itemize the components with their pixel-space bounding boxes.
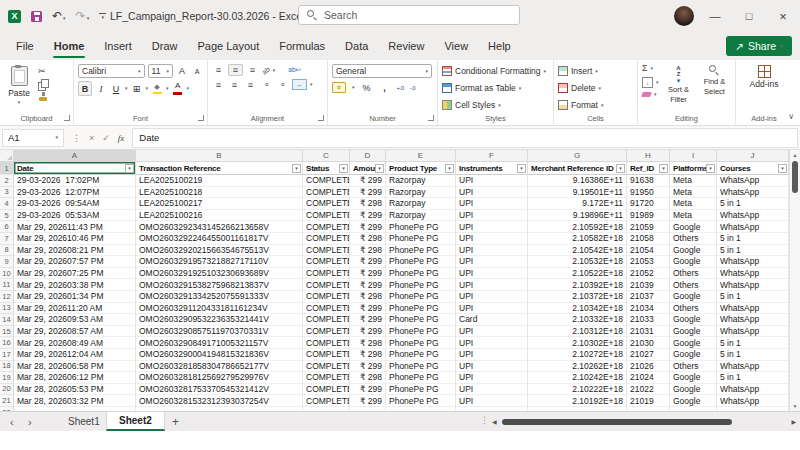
align-middle-button[interactable]: ≡ bbox=[228, 64, 243, 76]
cell[interactable]: PhonePe PG bbox=[386, 256, 456, 268]
cell[interactable]: WhatsApp bbox=[717, 187, 789, 199]
cell[interactable]: UPI bbox=[456, 256, 528, 268]
cell[interactable]: PhonePe PG bbox=[386, 384, 456, 396]
wrap-text-button[interactable]: ab↩ bbox=[288, 66, 301, 74]
cell[interactable]: PhonePe PG bbox=[386, 349, 456, 361]
filter-button[interactable]: ▾ bbox=[292, 164, 301, 173]
cell[interactable]: WhatsApp bbox=[717, 384, 789, 396]
cell[interactable]: ₹ 299 bbox=[350, 303, 386, 315]
cell[interactable]: Google bbox=[670, 221, 717, 233]
cell[interactable]: 2.10582E+18 bbox=[528, 233, 627, 245]
merge-center-button[interactable]: ↔ bbox=[292, 79, 307, 90]
cell[interactable]: Google bbox=[670, 349, 717, 361]
cell[interactable]: OMO2603291925103230693689V bbox=[136, 268, 303, 280]
filter-button[interactable]: ▾ bbox=[616, 164, 625, 173]
align-top-button[interactable]: ≡ bbox=[212, 65, 225, 75]
cell[interactable]: LEA2025100219 bbox=[136, 175, 303, 187]
cell[interactable]: Google bbox=[670, 395, 717, 407]
cell[interactable]: Others bbox=[670, 233, 717, 245]
cell[interactable]: ₹ 298 bbox=[350, 337, 386, 349]
row-number[interactable]: 13 bbox=[0, 303, 14, 315]
cell[interactable]: ₹ 299 bbox=[350, 256, 386, 268]
cell[interactable]: COMPLETED bbox=[303, 349, 350, 361]
cell[interactable]: COMPLETED bbox=[303, 337, 350, 349]
cell[interactable]: 2.10332E+18 bbox=[528, 314, 627, 326]
row-number[interactable]: 4 bbox=[0, 198, 14, 210]
cell[interactable]: 21033 bbox=[627, 314, 670, 326]
cell[interactable]: ₹ 299 bbox=[350, 361, 386, 373]
vertical-scrollbar[interactable]: ▲ ▼ bbox=[789, 150, 800, 411]
cell[interactable]: 29-03-2026 05:53AM bbox=[14, 210, 136, 222]
cell[interactable]: ₹ 298 bbox=[350, 349, 386, 361]
cell[interactable]: ₹ 299 bbox=[350, 221, 386, 233]
cell[interactable]: 21031 bbox=[627, 326, 670, 338]
save-icon[interactable] bbox=[31, 11, 42, 22]
cell[interactable]: PhonePe PG bbox=[386, 326, 456, 338]
user-avatar[interactable] bbox=[674, 6, 694, 26]
cell[interactable]: 29-03-2026 12:07PM bbox=[14, 187, 136, 199]
cell[interactable]: 21054 bbox=[627, 245, 670, 257]
cell[interactable]: OMO2603281532312393037254V bbox=[136, 395, 303, 407]
cell[interactable]: Card bbox=[456, 314, 528, 326]
cell[interactable]: Mar 29, 202608:57 AM bbox=[14, 326, 136, 338]
borders-button[interactable]: ⊞ bbox=[131, 82, 143, 95]
row-number[interactable]: 3 bbox=[0, 187, 14, 199]
row-number[interactable]: 10 bbox=[0, 268, 14, 280]
decrease-indent-button[interactable]: ≡ bbox=[260, 81, 273, 88]
format-cells-button[interactable]: Format▾ bbox=[558, 98, 603, 112]
row-number[interactable]: 15 bbox=[0, 326, 14, 338]
cell[interactable]: LEA2025100217 bbox=[136, 198, 303, 210]
cell[interactable]: Razorpay bbox=[386, 210, 456, 222]
format-painter-button[interactable] bbox=[38, 92, 48, 102]
cell[interactable]: UPI bbox=[456, 349, 528, 361]
cell-styles-button[interactable]: Cell Styles▾ bbox=[442, 98, 546, 112]
cell[interactable]: PhonePe PG bbox=[386, 372, 456, 384]
column-letter[interactable]: C bbox=[303, 150, 350, 162]
cell[interactable]: Razorpay bbox=[386, 198, 456, 210]
cell[interactable]: Mar 29, 202609:53 AM bbox=[14, 314, 136, 326]
bold-button[interactable]: B bbox=[78, 81, 92, 96]
increase-indent-button[interactable]: ≡ bbox=[276, 81, 289, 88]
align-left-button[interactable]: ≡ bbox=[212, 80, 225, 90]
cell[interactable]: Mar 29, 202607:25 PM bbox=[14, 268, 136, 280]
cell[interactable]: 21052 bbox=[627, 268, 670, 280]
cell[interactable]: OMO2603292246455001161817V bbox=[136, 233, 303, 245]
row-number[interactable]: 8 bbox=[0, 245, 14, 257]
cell[interactable]: UPI bbox=[456, 361, 528, 373]
row-number[interactable]: 20 bbox=[0, 384, 14, 396]
cell[interactable]: OMO2603290857511970370331V bbox=[136, 326, 303, 338]
tab-view[interactable]: View bbox=[434, 32, 478, 60]
cell[interactable]: 21034 bbox=[627, 303, 670, 315]
column-header[interactable]: Ref_ID▾ bbox=[627, 162, 670, 175]
cell[interactable]: Mar 29, 202612:04 AM bbox=[14, 349, 136, 361]
filter-button[interactable]: ▾ bbox=[778, 164, 787, 173]
search-box[interactable]: Search bbox=[298, 5, 520, 25]
cell[interactable]: ₹ 299 bbox=[350, 268, 386, 280]
sort-filter-button[interactable]: AZ ▼ Sort & Filter bbox=[663, 64, 695, 111]
cell[interactable]: UPI bbox=[456, 326, 528, 338]
cell[interactable]: UPI bbox=[456, 279, 528, 291]
clear-button[interactable]: ▾ bbox=[642, 92, 659, 97]
tab-file[interactable]: File bbox=[6, 32, 44, 60]
cell[interactable]: OMO2603291957321882717110V bbox=[136, 256, 303, 268]
row-number[interactable]: 21 bbox=[0, 395, 14, 407]
cell[interactable]: Others bbox=[670, 279, 717, 291]
filter-button[interactable]: ▾ bbox=[445, 164, 454, 173]
cell[interactable]: COMPLETED bbox=[303, 221, 350, 233]
cell[interactable]: ₹ 298 bbox=[350, 233, 386, 245]
cell[interactable]: OMO2603281753370545321412V bbox=[136, 384, 303, 396]
cell[interactable]: 2.10542E+18 bbox=[528, 245, 627, 257]
tab-insert[interactable]: Insert bbox=[94, 32, 142, 60]
orientation-button[interactable]: ab bbox=[261, 65, 271, 75]
cell[interactable]: UPI bbox=[456, 187, 528, 199]
find-select-button[interactable]: Find & Select bbox=[699, 64, 731, 111]
cell[interactable]: COMPLETED bbox=[303, 314, 350, 326]
filter-button[interactable]: ▾ bbox=[659, 164, 668, 173]
cell[interactable]: Mar 29, 202611:43 PM bbox=[14, 221, 136, 233]
cell[interactable]: PhonePe PG bbox=[386, 279, 456, 291]
cell[interactable]: 29-03-2026 17:02PM bbox=[14, 175, 136, 187]
column-letter[interactable]: E bbox=[386, 150, 456, 162]
cell[interactable]: Mar 29, 202603:38 PM bbox=[14, 279, 136, 291]
formula-input[interactable]: Date bbox=[132, 128, 798, 148]
cell[interactable]: ₹ 299 bbox=[350, 314, 386, 326]
